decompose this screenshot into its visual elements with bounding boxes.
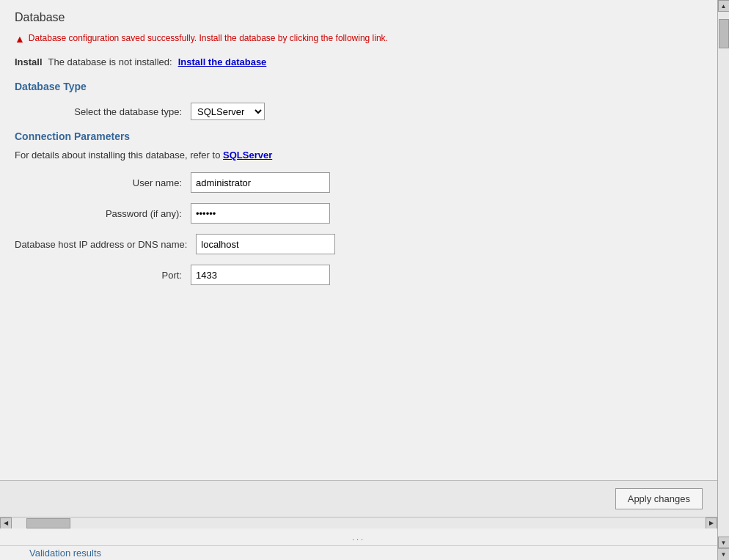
database-type-heading: Database Type <box>15 81 703 92</box>
vertical-scrollbar: ▲ ▼ ▼ <box>717 0 729 560</box>
connection-section: Connection Parameters For details about … <box>15 130 703 285</box>
validation-results-label: Validation results <box>15 546 116 560</box>
alert-banner: ▲ Database configuration saved successfu… <box>15 33 703 45</box>
scroll-left-btn[interactable]: ◀ <box>0 517 12 529</box>
warning-icon: ▲ <box>15 33 25 45</box>
connection-parameters-heading: Connection Parameters <box>15 130 703 142</box>
scroll-up-btn[interactable]: ▲ <box>718 0 730 12</box>
scroll-down-btn[interactable]: ▼ <box>718 537 730 548</box>
install-description: The database is not installed: <box>48 56 172 67</box>
page-title: Database <box>15 11 703 24</box>
password-row: Password (if any): <box>15 203 703 224</box>
username-row: User name: <box>15 172 703 193</box>
port-label: Port: <box>15 270 191 281</box>
dbhost-input[interactable] <box>196 234 335 254</box>
database-type-section: Database Type Select the database type: … <box>15 81 703 120</box>
password-input[interactable] <box>191 203 330 224</box>
dots-indicator: ... <box>0 528 717 545</box>
bottom-toolbar: Apply changes <box>0 480 717 517</box>
password-label: Password (if any): <box>15 208 191 219</box>
alert-text: Database configuration saved successfull… <box>29 33 388 43</box>
db-type-row: Select the database type: SQLServer MySQ… <box>15 103 703 120</box>
dots-text: ... <box>352 533 365 542</box>
connection-description: For details about installing this databa… <box>15 150 703 161</box>
install-section: Install The database is not installed: I… <box>15 56 703 67</box>
horizontal-scrollbar: ◀ ▶ <box>0 517 717 528</box>
database-type-select[interactable]: SQLServer MySQL PostgreSQL SQLite <box>191 103 265 120</box>
db-type-label: Select the database type: <box>15 106 191 117</box>
install-database-link[interactable]: Install the database <box>178 56 267 67</box>
dbhost-label: Database host IP address or DNS name: <box>15 239 196 250</box>
connection-desc-prefix: For details about installing this databa… <box>15 150 220 161</box>
port-input[interactable] <box>191 265 330 285</box>
username-label: User name: <box>15 177 191 188</box>
sqlserver-reference-link[interactable]: SQLServer <box>223 150 272 161</box>
scroll-right-btn[interactable]: ▶ <box>706 517 717 529</box>
port-row: Port: <box>15 265 703 285</box>
scroll-down-btn-2[interactable]: ▼ <box>718 549 730 561</box>
dbhost-row: Database host IP address or DNS name: <box>15 234 703 254</box>
apply-changes-button[interactable]: Apply changes <box>615 488 703 509</box>
validation-section: Validation results <box>0 545 717 560</box>
install-label: Install <box>15 56 43 67</box>
username-input[interactable] <box>191 172 330 193</box>
